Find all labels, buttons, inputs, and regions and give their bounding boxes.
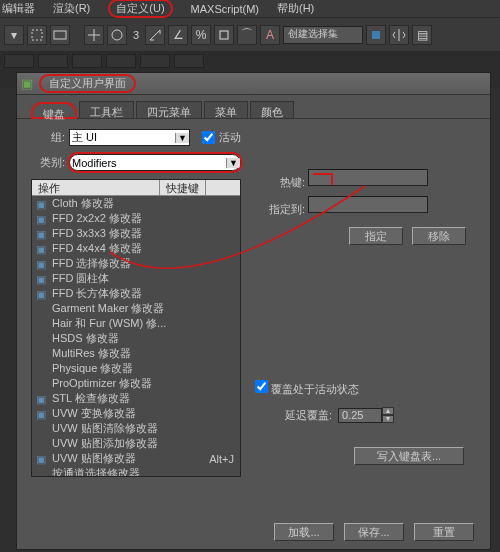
magnet-icon[interactable]: ⌒: [237, 25, 257, 45]
list-item[interactable]: 按通道选择修改器: [32, 466, 240, 476]
tab-keyboard[interactable]: 键盘: [31, 102, 77, 119]
list-item[interactable]: Garment Maker 修改器: [32, 301, 240, 316]
list-item[interactable]: ▣STL 检查修改器: [32, 391, 240, 406]
list-item-label: UVW 变换修改器: [52, 406, 136, 421]
list-item[interactable]: UVW 贴图清除修改器: [32, 421, 240, 436]
list-item-label: FFD 选择修改器: [52, 256, 131, 271]
selection-set-dropdown[interactable]: 创建选择集: [283, 26, 363, 44]
assign-button[interactable]: 指定: [349, 227, 403, 245]
menu-render[interactable]: 渲染(R): [53, 1, 90, 16]
snap-icon[interactable]: [214, 25, 234, 45]
percent-icon[interactable]: %: [191, 25, 211, 45]
angle-icon[interactable]: ∠: [168, 25, 188, 45]
override-active-checkbox[interactable]: [255, 380, 268, 393]
list-header-shortcut[interactable]: 快捷键: [160, 180, 206, 195]
list-item-label: FFD 4x4x4 修改器: [52, 241, 142, 256]
blue-icon-1[interactable]: [366, 25, 386, 45]
tab-quad[interactable]: 四元菜单: [136, 101, 202, 118]
list-item-label: Hair 和 Fur (WSM) 修...: [52, 316, 166, 331]
menu-editor[interactable]: 编辑器: [2, 1, 35, 16]
load-button[interactable]: 加载...: [274, 523, 334, 541]
text-icon[interactable]: A: [260, 25, 280, 45]
rotate-icon[interactable]: [107, 25, 127, 45]
tool-slot[interactable]: [72, 54, 102, 68]
list-item-label: STL 检查修改器: [52, 391, 130, 406]
list-item[interactable]: Physique 修改器: [32, 361, 240, 376]
list-item[interactable]: ▣UVW 变换修改器: [32, 406, 240, 421]
window-icon[interactable]: [50, 25, 70, 45]
remove-button[interactable]: 移除: [412, 227, 466, 245]
list-item[interactable]: UVW 贴图添加修改器: [32, 436, 240, 451]
modifier-icon: ▣: [36, 228, 48, 240]
list-item[interactable]: HSDS 修改器: [32, 331, 240, 346]
tab-toolbars[interactable]: 工具栏: [79, 101, 134, 118]
svg-rect-3: [220, 31, 228, 39]
group-label: 组:: [31, 130, 65, 145]
tool-slot[interactable]: [174, 54, 204, 68]
list-item-label: UVW 贴图清除修改器: [52, 421, 158, 436]
list-item[interactable]: ▣FFD 长方体修改器: [32, 286, 240, 301]
actions-listbox: 操作 快捷键 ▣Cloth 修改器▣FFD 2x2x2 修改器▣FFD 3x3x…: [31, 179, 241, 477]
actions-list[interactable]: ▣Cloth 修改器▣FFD 2x2x2 修改器▣FFD 3x3x3 修改器▣F…: [32, 196, 240, 476]
menu-customize[interactable]: 自定义(U): [108, 0, 172, 18]
active-checkbox[interactable]: [202, 131, 215, 144]
list-item[interactable]: ▣FFD 选择修改器: [32, 256, 240, 271]
modifier-icon: ▣: [36, 288, 48, 300]
customize-ui-dialog: ▣ 自定义用户界面 键盘 工具栏 四元菜单 菜单 颜色 组: 主 UI▼ 活动 …: [16, 72, 491, 550]
list-item-label: UVW 贴图添加修改器: [52, 436, 158, 451]
list-item-label: Cloth 修改器: [52, 196, 114, 211]
category-label: 类别:: [31, 155, 65, 170]
dialog-title: 自定义用户界面: [39, 74, 136, 93]
list-header-action[interactable]: 操作: [32, 180, 160, 195]
list-item[interactable]: MultiRes 修改器: [32, 346, 240, 361]
write-keyboard-button[interactable]: 写入键盘表...: [354, 447, 464, 465]
spinner-down-icon[interactable]: ▾: [382, 415, 394, 423]
list-item[interactable]: ▣FFD 圆柱体: [32, 271, 240, 286]
modifier-icon: ▣: [36, 258, 48, 270]
list-item-label: FFD 圆柱体: [52, 271, 109, 286]
svg-rect-4: [372, 31, 380, 39]
hotkey-label: 热键:: [255, 175, 305, 190]
tool-slot[interactable]: [140, 54, 170, 68]
tab-colors[interactable]: 颜色: [250, 101, 294, 118]
tool-slot[interactable]: [38, 54, 68, 68]
list-item-label: ProOptimizer 修改器: [52, 376, 152, 391]
list-item[interactable]: ▣Cloth 修改器: [32, 196, 240, 211]
list-item-label: MultiRes 修改器: [52, 346, 131, 361]
modifier-icon: ▣: [36, 393, 48, 405]
list-item[interactable]: ▣FFD 2x2x2 修改器: [32, 211, 240, 226]
menu-maxscript[interactable]: MAXScript(M): [191, 3, 259, 15]
group-dropdown[interactable]: 主 UI▼: [69, 129, 190, 146]
hotkey-input[interactable]: [308, 169, 428, 186]
list-item[interactable]: ▣UVW 贴图修改器Alt+J: [32, 451, 240, 466]
list-item[interactable]: Hair 和 Fur (WSM) 修...: [32, 316, 240, 331]
tab-menus[interactable]: 菜单: [204, 101, 248, 118]
tool-slot[interactable]: [4, 54, 34, 68]
list-item[interactable]: ▣FFD 4x4x4 修改器: [32, 241, 240, 256]
mirror-icon[interactable]: [389, 25, 409, 45]
modifier-icon: ▣: [36, 408, 48, 420]
svg-rect-0: [32, 30, 42, 40]
menu-help[interactable]: 帮助(H): [277, 1, 314, 16]
reset-button[interactable]: 重置: [414, 523, 474, 541]
list-item-label: Physique 修改器: [52, 361, 133, 376]
scale-icon[interactable]: [145, 25, 165, 45]
delay-label: 延迟覆盖:: [285, 408, 332, 423]
selection-icon[interactable]: [27, 25, 47, 45]
move-icon[interactable]: [84, 25, 104, 45]
dialog-titlebar[interactable]: ▣ 自定义用户界面: [17, 73, 490, 95]
list-item[interactable]: ProOptimizer 修改器: [32, 376, 240, 391]
main-toolbar: ▾ 3 ∠ % ⌒ A 创建选择集 ▤: [0, 18, 500, 52]
active-label: 活动: [219, 130, 241, 145]
dialog-icon: ▣: [21, 76, 33, 91]
save-button[interactable]: 保存...: [344, 523, 404, 541]
dialog-tabs: 键盘 工具栏 四元菜单 菜单 颜色: [17, 95, 490, 119]
align-icon[interactable]: ▤: [412, 25, 432, 45]
list-item-label: FFD 3x3x3 修改器: [52, 226, 142, 241]
list-item[interactable]: ▣FFD 3x3x3 修改器: [32, 226, 240, 241]
category-dropdown[interactable]: Modifiers▼: [69, 154, 241, 171]
tool-slot[interactable]: [106, 54, 136, 68]
modifier-icon: ▣: [36, 243, 48, 255]
dropdown-icon[interactable]: ▾: [4, 25, 24, 45]
delay-value[interactable]: 0.25: [338, 408, 382, 423]
